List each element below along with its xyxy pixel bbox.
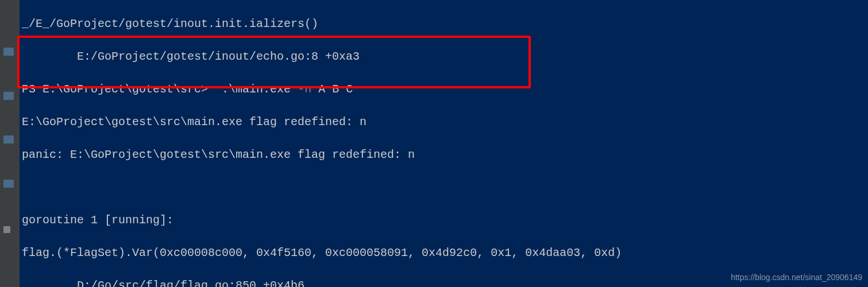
terminal-prompt-line: PS E:\GoProject\gotest\src> .\main.exe -… <box>22 82 866 98</box>
prompt-text: PS E:\GoProject\gotest\src> <box>22 83 208 96</box>
folder-icon <box>3 135 14 144</box>
terminal-line: panic: E:\GoProject\gotest\src\main.exe … <box>22 147 866 164</box>
terminal-line <box>22 180 866 196</box>
file-icon <box>3 226 10 233</box>
folder-icon <box>3 48 14 56</box>
terminal-line: flag.(*FlagSet).Var(0xc00008c000, 0x4f51… <box>22 245 866 262</box>
cmd-exe: .\main.exe <box>222 83 291 96</box>
folder-icon <box>3 180 14 188</box>
terminal-panel[interactable]: _/E_/GoProject/gotest/inout.init.ializer… <box>20 0 868 287</box>
terminal-line: E:/GoProject/gotest/inout/echo.go:8 +0xa… <box>22 49 866 65</box>
terminal-line: E:\GoProject\gotest\src\main.exe flag re… <box>22 114 866 131</box>
watermark-text: https://blog.csdn.net/sinat_20906149 <box>731 272 862 284</box>
ide-sidebar <box>0 0 20 287</box>
terminal-line: goroutine 1 [running]: <box>22 212 866 229</box>
cmd-args: A B C <box>318 83 353 96</box>
folder-icon <box>3 92 14 100</box>
cmd-flag: -n <box>298 83 311 96</box>
terminal-line: _/E_/GoProject/gotest/inout.init.ializer… <box>22 16 866 33</box>
